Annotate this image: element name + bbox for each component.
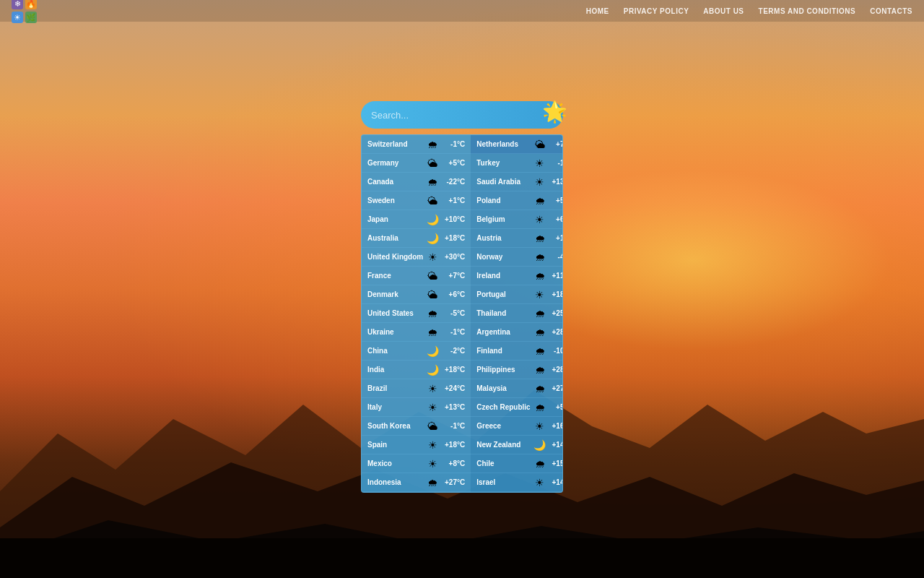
weather-row[interactable]: Denmark 🌥 +6°C (362, 285, 471, 304)
weather-icon: ☀ (533, 214, 546, 225)
temperature: +5°C (549, 403, 563, 411)
weather-row[interactable]: Thailand 🌧 +25°C (471, 304, 563, 323)
weather-icon: ☀ (426, 383, 439, 394)
weather-icon: ☀ (426, 402, 439, 413)
nav-about[interactable]: ABOUT US (703, 7, 744, 15)
weather-icon: 🌥 (426, 270, 439, 282)
weather-row[interactable]: Portugal ☀ +18°C (471, 285, 563, 304)
temperature: +18°C (442, 441, 465, 449)
weather-icon: 🌧 (533, 308, 546, 319)
nav-contacts[interactable]: CONTACTS (870, 7, 912, 15)
weather-row[interactable]: Ukraine 🌧 -1°C (362, 323, 471, 342)
weather-row[interactable]: Switzerland 🌧 -1°C (362, 135, 471, 154)
weather-row[interactable]: Turkey ☀ -1°C (471, 154, 563, 173)
temperature: +18°C (549, 290, 563, 298)
weather-row[interactable]: Belgium ☀ +6°C (471, 210, 563, 229)
weather-icon: 🌧 (533, 195, 546, 207)
logo-area: ❄ 🔥 ☀ 🌿 (12, 0, 45, 24)
temperature: +28°C (549, 366, 563, 374)
temperature: +18°C (442, 366, 465, 374)
country-name: Saudi Arabia (476, 178, 530, 186)
weather-icon: ☀ (426, 458, 439, 470)
weather-row[interactable]: Netherlands 🌥 +7°C (471, 135, 563, 154)
search-bar: 🌟 (361, 101, 563, 129)
temperature: -4°C (549, 253, 563, 261)
country-name: Portugal (476, 290, 530, 298)
weather-row[interactable]: Saudi Arabia ☀ +13°C (471, 173, 563, 191)
weather-icon: 🌧 (533, 251, 546, 263)
weather-row[interactable]: Mexico ☀ +8°C (362, 454, 471, 473)
temperature: +16°C (549, 422, 563, 430)
weather-icon: 🌥 (426, 195, 439, 207)
weather-row[interactable]: Czech Republic 🌧 +5°C (471, 398, 563, 417)
weather-row[interactable]: Sweden 🌥 +1°C (362, 191, 471, 210)
weather-row[interactable]: Finland 🌧 -10°C (471, 342, 563, 361)
country-name: Italy (367, 403, 423, 411)
country-name: Argentina (476, 328, 530, 336)
country-name: Finland (476, 347, 530, 355)
weather-row[interactable]: Australia 🌙 +18°C (362, 229, 471, 248)
weather-row[interactable]: Norway 🌧 -4°C (471, 248, 563, 267)
nav-privacy[interactable]: PRIVACY POLICY (624, 7, 689, 15)
country-name: Denmark (367, 290, 423, 298)
weather-row[interactable]: India 🌙 +18°C (362, 361, 471, 379)
weather-row[interactable]: Ireland 🌧 +11°C (471, 267, 563, 285)
weather-row[interactable]: South Korea 🌥 -1°C (362, 417, 471, 436)
search-input[interactable] (371, 110, 557, 121)
weather-icon: ☀ (533, 176, 546, 188)
temperature: +28°C (549, 328, 563, 336)
weather-row[interactable]: Indonesia 🌧 +27°C (362, 473, 471, 492)
temperature: +15°C (549, 460, 563, 467)
weather-row[interactable]: Brazil ☀ +24°C (362, 379, 471, 398)
weather-icon: 🌧 (533, 383, 546, 394)
country-name: Poland (476, 197, 530, 204)
weather-row[interactable]: New Zealand 🌙 +14°C (471, 436, 563, 454)
weather-row[interactable]: Poland 🌧 +5°C (471, 191, 563, 210)
temperature: +5°C (549, 197, 563, 204)
nav-terms[interactable]: TERMS AND CONDITIONS (759, 7, 856, 15)
weather-icon: 🌙 (426, 364, 439, 376)
temperature: +6°C (549, 215, 563, 223)
weather-row[interactable]: United States 🌧 -5°C (362, 304, 471, 323)
weather-row[interactable]: Germany 🌥 +5°C (362, 154, 471, 173)
weather-icon: ☀ (426, 439, 439, 451)
temperature: +10°C (442, 215, 465, 223)
weather-row[interactable]: Italy ☀ +13°C (362, 398, 471, 417)
weather-row[interactable]: Japan 🌙 +10°C (362, 210, 471, 229)
weather-icon: 🌧 (533, 364, 546, 376)
weather-icon: 🌙 (426, 214, 439, 225)
weather-grid: Switzerland 🌧 -1°C Netherlands 🌥 +7°C Ge… (362, 135, 562, 492)
weather-row[interactable]: Canada 🌧 -22°C (362, 173, 471, 191)
country-name: Brazil (367, 384, 423, 392)
temperature: -1°C (442, 328, 465, 336)
weather-row[interactable]: Argentina 🌧 +28°C (471, 323, 563, 342)
weather-row[interactable]: Malaysia 🌧 +27°C (471, 379, 563, 398)
weather-row[interactable]: Greece ☀ +16°C (471, 417, 563, 436)
weather-row[interactable]: China 🌙 -2°C (362, 342, 471, 361)
country-name: South Korea (367, 422, 423, 430)
country-name: Israel (476, 478, 530, 486)
weather-icon: 🌧 (426, 327, 439, 338)
weather-row[interactable]: Philippines 🌧 +28°C (471, 361, 563, 379)
temperature: +18°C (442, 234, 465, 242)
nav-links: HOME PRIVACY POLICY ABOUT US TERMS AND C… (586, 7, 912, 15)
temperature: +14°C (549, 441, 563, 449)
weather-row[interactable]: Chile 🌧 +15°C (471, 454, 563, 473)
nav-home[interactable]: HOME (586, 7, 609, 15)
country-name: Ireland (476, 272, 530, 280)
weather-row[interactable]: Israel ☀ +14°C (471, 473, 563, 492)
temperature: +30°C (442, 253, 465, 261)
country-name: Chile (476, 460, 530, 467)
weather-icon: ☀ (426, 251, 439, 263)
navbar: ❄ 🔥 ☀ 🌿 HOME PRIVACY POLICY ABOUT US TER… (0, 0, 924, 22)
weather-row[interactable]: United Kingdom ☀ +30°C (362, 248, 471, 267)
weather-row[interactable]: Spain ☀ +18°C (362, 436, 471, 454)
search-sun-icon: 🌟 (542, 100, 567, 124)
weather-row[interactable]: Austria 🌧 +1°C (471, 229, 563, 248)
country-name: Malaysia (476, 384, 530, 392)
temperature: -5°C (442, 309, 465, 317)
temperature: -1°C (549, 159, 563, 167)
logo-icon-snowflake: ❄ (12, 0, 23, 9)
temperature: +25°C (549, 309, 563, 317)
weather-row[interactable]: France 🌥 +7°C (362, 267, 471, 285)
